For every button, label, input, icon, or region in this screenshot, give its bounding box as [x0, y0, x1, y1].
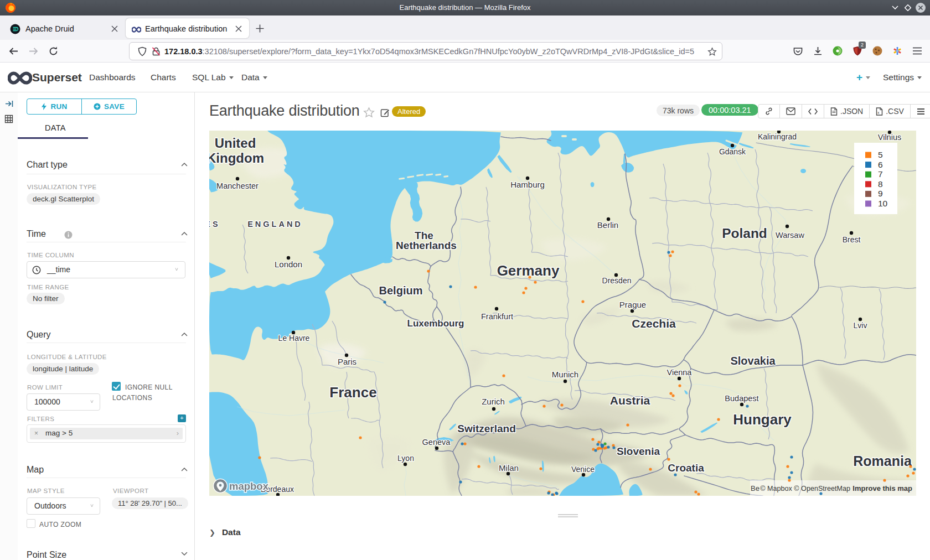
svg-text:Austria: Austria: [610, 394, 650, 407]
svg-text:Belgium: Belgium: [379, 284, 423, 297]
svg-text:5: 5: [878, 150, 883, 159]
svg-text:Hungary: Hungary: [733, 411, 792, 428]
svg-text:Germany: Germany: [497, 262, 560, 279]
svg-text:Brest: Brest: [843, 235, 861, 244]
svg-text:Poland: Poland: [722, 226, 767, 241]
svg-text:Le Havre: Le Havre: [278, 334, 310, 343]
svg-text:Venice: Venice: [571, 465, 595, 474]
svg-text:ENGLAND: ENGLAND: [247, 220, 303, 229]
svg-text:© Mapbox © OpenStreetMap: © Mapbox © OpenStreetMap: [760, 485, 850, 492]
svg-text:Milan: Milan: [499, 463, 519, 473]
svg-text:Kingdom: Kingdom: [209, 151, 264, 165]
svg-text:Netherlands: Netherlands: [396, 240, 457, 251]
svg-text:9: 9: [878, 189, 883, 198]
svg-text:Manchester: Manchester: [216, 182, 259, 190]
svg-text:Frankfurt: Frankfurt: [481, 312, 513, 321]
svg-text:Zurich: Zurich: [482, 397, 505, 406]
svg-text:Geneva: Geneva: [422, 438, 451, 447]
svg-text:Vienna: Vienna: [667, 368, 693, 377]
svg-text:Czechia: Czechia: [632, 317, 676, 330]
svg-text:Paris: Paris: [338, 357, 356, 366]
svg-text:United: United: [215, 136, 256, 151]
svg-text:ES: ES: [209, 220, 220, 229]
svg-text:7: 7: [878, 169, 883, 179]
svg-text:Croatia: Croatia: [668, 462, 704, 474]
svg-text:Romania: Romania: [853, 453, 912, 469]
svg-text:Slovakia: Slovakia: [730, 355, 776, 367]
svg-text:Budapest: Budapest: [725, 394, 758, 403]
svg-text:Luxembourg: Luxembourg: [407, 318, 464, 329]
svg-text:10: 10: [878, 199, 888, 208]
svg-text:Slovenia: Slovenia: [617, 445, 660, 457]
svg-text:London: London: [275, 260, 302, 269]
svg-text:Warsaw: Warsaw: [776, 231, 804, 240]
svg-text:Munich: Munich: [552, 370, 578, 379]
svg-text:8: 8: [878, 179, 883, 189]
svg-text:Lviv: Lviv: [854, 321, 867, 330]
svg-text:Be: Be: [751, 484, 760, 492]
svg-text:Hamburg: Hamburg: [510, 180, 545, 189]
svg-text:Vilnius: Vilnius: [878, 133, 901, 142]
svg-text:France: France: [329, 384, 376, 401]
svg-text:Lyon: Lyon: [397, 454, 414, 463]
svg-text:6: 6: [878, 160, 883, 169]
svg-text:Gdansk: Gdansk: [719, 147, 746, 156]
svg-text:Dresden: Dresden: [602, 276, 632, 285]
svg-text:Switzerland: Switzerland: [457, 423, 516, 434]
svg-text:Berlin: Berlin: [597, 220, 618, 230]
svg-text:mapbox: mapbox: [229, 480, 269, 492]
svg-text:x: x: [877, 111, 880, 115]
svg-text:Prague: Prague: [619, 300, 646, 309]
svg-text:Improve this map: Improve this map: [852, 484, 912, 492]
svg-text:Kaliningrad: Kaliningrad: [758, 132, 797, 141]
